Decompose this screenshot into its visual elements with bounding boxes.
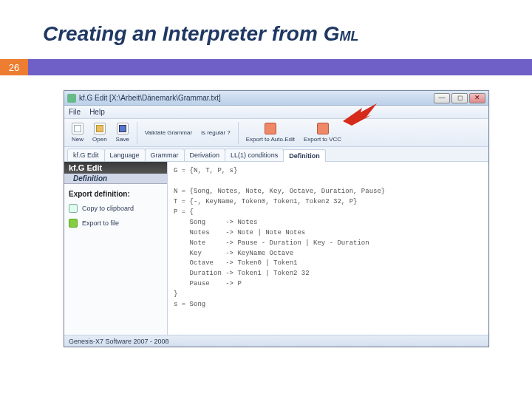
g-line-12: } [174,290,177,298]
open-label: Open [92,136,107,143]
new-icon [72,123,83,134]
save-icon [117,123,129,134]
copy-label: Copy to clipboard [82,205,134,212]
window-controls: — ◻ ✕ [434,93,485,103]
sidebar-subheading: Definition [64,174,167,184]
g-line-2: N = {Song, Notes, Note, Key, Octave, Dur… [174,188,385,195]
g-line-8: Key -> KeyName Octave [174,250,293,257]
open-icon [94,123,106,134]
export-vcc-button[interactable]: Export to VCC [301,121,344,144]
close-button[interactable]: ✕ [469,93,485,103]
g-line-3: T = {-, KeyName, Token0, Token1, Token2 … [174,198,357,205]
g-line-4: P = { [174,208,194,216]
validate-label: Validate Grammar [145,129,192,136]
toolbar-separator-2 [238,122,239,144]
titlebar: kf.G Edit [X:\Arbeit\Dänemark\Grammar.tx… [64,91,488,106]
is-regular-button[interactable]: is regular ? [198,128,233,137]
export-label: Export to file [82,219,119,227]
copy-to-clipboard-item[interactable]: Copy to clipboard [64,201,167,216]
export-vcc-label: Export to VCC [304,136,341,143]
slide-title: Creating an Interpreter from GML [0,0,532,53]
new-label: New [72,136,83,143]
toolbar-separator [137,122,137,144]
export-to-file-item[interactable]: Export to file [64,216,167,231]
maximize-button[interactable]: ◻ [451,93,468,103]
sidebar-heading: kf.G Edit [64,162,167,174]
g-line-13: s = Song [174,301,205,308]
g-line-7: Note -> Pause - Duration | Key - Duratio… [174,239,369,247]
page-bar: 26 [0,59,532,75]
app-icon [67,94,76,103]
body-area: kf.G Edit Definition Export definition: … [64,162,488,335]
page-strip [28,59,532,75]
menu-file[interactable]: File [69,108,81,116]
menubar: File Help [64,106,488,119]
tab-ll1[interactable]: LL(1) conditions [225,149,284,161]
toolbar: New Open Save Validate Grammar is regula… [64,119,488,147]
app-window: kf.G Edit [X:\Arbeit\Dänemark\Grammar.tx… [64,90,489,347]
tabstrip: kf.G Edit Language Grammar Derivation LL… [64,147,488,162]
g-line-0: G = {N, T, P, s} [174,167,237,174]
export-auto-label: Export to Auto.Edit [246,136,295,143]
tab-language[interactable]: Language [104,149,146,161]
tab-grammar[interactable]: Grammar [145,149,185,161]
open-button[interactable]: Open [89,121,110,144]
g-line-10: Duration -> Token1 | Token2 32 [174,270,310,277]
new-button[interactable]: New [69,121,86,144]
slide-title-main: Creating an Interpreter from G [43,22,339,45]
export-vcc-icon [317,123,329,134]
tab-derivation[interactable]: Derivation [184,149,226,161]
sidebar: kf.G Edit Definition Export definition: … [64,162,168,335]
validate-grammar-button[interactable]: Validate Grammar [142,128,195,137]
status-text: Genesis-X7 Software 2007 - 2008 [69,338,169,345]
tab-kfg-edit[interactable]: kf.G Edit [67,149,105,161]
export-file-icon [69,219,78,228]
regular-label: is regular ? [201,129,231,136]
export-autoedit-button[interactable]: Export to Auto.Edit [243,121,298,144]
save-label: Save [116,136,129,143]
export-icon [265,123,276,134]
statusbar: Genesis-X7 Software 2007 - 2008 [64,335,488,347]
clipboard-icon [69,204,78,213]
grammar-definition-view: G = {N, T, P, s} N = {Song, Notes, Note,… [168,162,488,335]
minimize-button[interactable]: — [434,93,450,103]
slide-title-sub: ML [339,29,358,44]
tab-definition[interactable]: Definition [283,149,326,162]
save-button[interactable]: Save [113,121,132,144]
window-title: kf.G Edit [X:\Arbeit\Dänemark\Grammar.tx… [79,94,221,102]
g-line-9: Octave -> Token0 | Token1 [174,259,297,267]
g-line-11: Pause -> P [174,280,242,287]
g-line-5: Song -> Notes [174,219,257,226]
sidebar-section-label: Export definition: [64,184,167,201]
g-line-6: Notes -> Note | Note Notes [174,229,305,236]
menu-help[interactable]: Help [89,108,105,116]
page-number: 26 [0,59,28,75]
